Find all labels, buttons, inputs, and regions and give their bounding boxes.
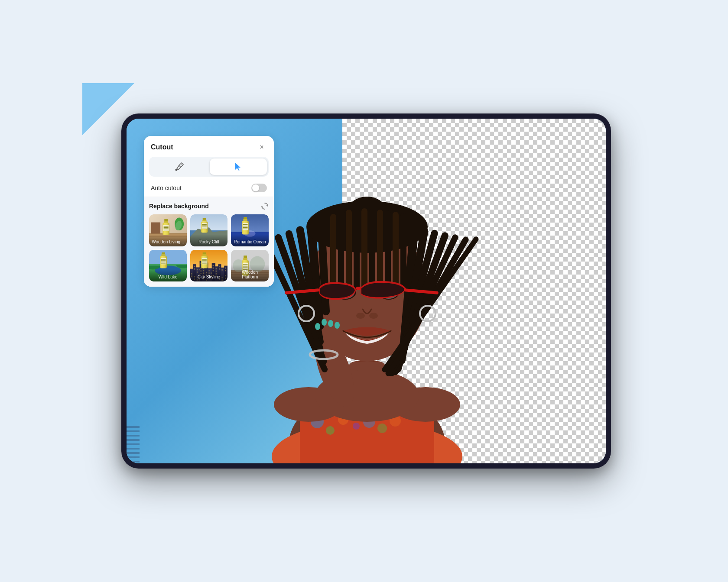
- svg-marker-66: [235, 163, 240, 171]
- svg-point-4: [326, 426, 335, 435]
- device-wrapper: Cutout ×: [95, 92, 633, 490]
- tab-brush[interactable]: [151, 158, 208, 175]
- svg-point-57: [356, 313, 365, 319]
- auto-cutout-toggle[interactable]: [251, 184, 267, 192]
- bg-item-city-skyline[interactable]: City Skyline: [190, 250, 228, 282]
- cutout-title: Cutout: [151, 143, 173, 151]
- bg-label-rocky-cliff: Rocky Cliff: [190, 234, 228, 246]
- svg-rect-43: [369, 209, 375, 290]
- background-grid: Wooden Living... Rocky Cliff Romantic Oc…: [149, 214, 269, 281]
- device-frame: Cutout ×: [121, 113, 611, 469]
- svg-point-62: [328, 320, 333, 327]
- cursor-icon: [234, 162, 243, 171]
- svg-rect-40: [346, 210, 352, 290]
- bg-item-wooden-living[interactable]: Wooden Living...: [149, 214, 187, 246]
- device-screen: Cutout ×: [127, 119, 606, 463]
- tool-tabs: [149, 157, 269, 177]
- cutout-panel: Cutout ×: [144, 136, 274, 287]
- bg-item-romantic-ocean[interactable]: Romantic Ocean: [231, 214, 269, 246]
- refresh-icon[interactable]: [261, 202, 269, 210]
- svg-line-65: [181, 164, 182, 165]
- cutout-header: Cutout ×: [144, 136, 274, 157]
- auto-cutout-label: Auto cutout: [151, 184, 182, 191]
- svg-rect-38: [330, 214, 336, 292]
- svg-rect-46: [393, 212, 399, 290]
- bg-label-wooden-living: Wooden Living...: [149, 234, 187, 246]
- svg-point-8: [377, 424, 387, 433]
- bg-item-wooden-platform[interactable]: Wooden Platform: [231, 250, 269, 282]
- svg-point-63: [335, 322, 340, 329]
- auto-cutout-row: Auto cutout: [144, 181, 274, 197]
- bg-label-wild-lake: Wild Lake: [149, 269, 187, 281]
- svg-rect-45: [385, 210, 391, 288]
- tab-cursor[interactable]: [210, 158, 267, 175]
- svg-rect-47: [400, 213, 406, 291]
- bg-label-city-skyline: City Skyline: [190, 269, 228, 281]
- svg-rect-39: [338, 212, 344, 290]
- svg-point-61: [322, 319, 327, 326]
- svg-rect-54: [356, 287, 361, 290]
- svg-rect-42: [361, 208, 367, 291]
- stripes-svg: [127, 423, 140, 463]
- bg-item-wild-lake[interactable]: Wild Lake: [149, 250, 187, 282]
- bg-item-rocky-cliff[interactable]: Rocky Cliff: [190, 214, 228, 246]
- close-button[interactable]: ×: [257, 142, 267, 152]
- replace-bg-header: Replace background: [149, 202, 269, 210]
- svg-rect-44: [377, 210, 383, 290]
- svg-point-6: [353, 423, 360, 430]
- brush-icon: [175, 162, 184, 171]
- stripe-decoration: [127, 423, 140, 463]
- bg-label-wooden-platform: Wooden Platform: [231, 265, 269, 281]
- bg-label-romantic-ocean: Romantic Ocean: [231, 234, 269, 246]
- replace-bg-title: Replace background: [149, 203, 209, 210]
- svg-point-64: [176, 169, 178, 171]
- replace-background-section: Replace background Woode: [144, 197, 274, 287]
- svg-rect-41: [354, 209, 360, 290]
- svg-point-60: [315, 323, 320, 330]
- svg-point-58: [369, 313, 378, 319]
